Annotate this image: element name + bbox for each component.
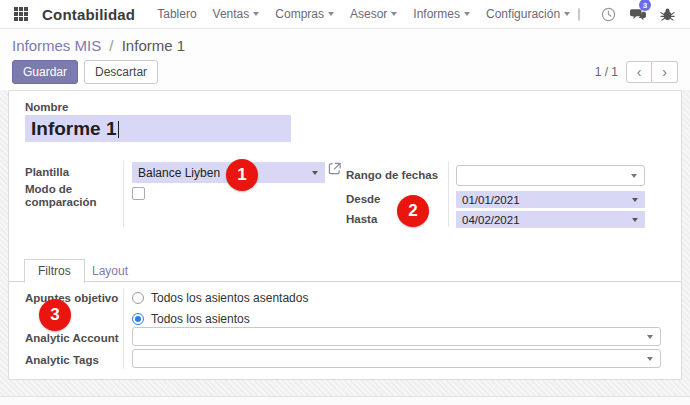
comparison-mode-checkbox[interactable]: [132, 187, 145, 200]
debug-bug-icon[interactable]: [660, 6, 675, 22]
dropdown-caret-icon: [328, 12, 334, 16]
template-value: Balance Liyben: [132, 166, 312, 180]
tab-layout[interactable]: Layout: [79, 259, 141, 282]
radio-all-entries[interactable]: Todos los asientos: [132, 312, 250, 326]
subscription-progress-bar[interactable]: [578, 8, 580, 21]
app-title[interactable]: Contabilidad: [42, 6, 135, 23]
dropdown-caret-icon: [564, 12, 570, 16]
save-button[interactable]: Guardar: [12, 60, 78, 84]
breadcrumb-current: Informe 1: [122, 37, 185, 54]
radio-checked-icon: [132, 313, 144, 325]
date-from-value: 01/01/2021: [456, 194, 632, 206]
radio-label: Todos los asientos asentados: [151, 291, 308, 305]
menu-asesor[interactable]: Asesor: [342, 7, 405, 21]
date-to-value: 04/02/2021: [456, 214, 632, 226]
menu-configuracion[interactable]: Configuración: [478, 7, 578, 21]
discard-button[interactable]: Descartar: [84, 60, 158, 84]
apps-grid-icon[interactable]: [14, 7, 28, 21]
annotation-badge-3: 3: [39, 299, 71, 331]
comparison-mode-label: Modo de comparación: [25, 183, 121, 209]
messages-chat-icon[interactable]: 3: [630, 6, 646, 22]
name-input[interactable]: Informe 1: [25, 115, 291, 142]
select-caret-icon: [632, 218, 638, 222]
analytic-account-label: Analytic Account: [25, 332, 119, 344]
dropdown-caret-icon: [253, 12, 259, 16]
annotation-badge-2: 2: [397, 195, 429, 227]
select-caret-icon: [647, 357, 653, 361]
content-background: Nombre Informe 1 Plantilla Balance Liybe…: [0, 90, 690, 405]
analytic-account-select[interactable]: [132, 327, 661, 346]
radio-all-posted-entries[interactable]: Todos los asientos asentados: [132, 291, 308, 305]
menu-compras[interactable]: Compras: [267, 7, 342, 21]
date-range-label: Rango de fechas: [346, 169, 438, 181]
progress-fill: [579, 9, 580, 20]
template-label: Plantilla: [25, 166, 69, 178]
group-separator: [123, 289, 124, 369]
select-caret-icon: [312, 171, 318, 175]
pager: 1 / 1 ‹ ›: [595, 61, 678, 83]
pager-prev-button[interactable]: ‹: [626, 61, 652, 83]
group-separator: [123, 161, 124, 227]
menu-label: Asesor: [350, 7, 387, 21]
date-from-input[interactable]: 01/01/2021: [456, 191, 645, 208]
menu-label: Informes: [413, 7, 460, 21]
internal-link-icon[interactable]: [328, 162, 341, 178]
analytic-tags-select[interactable]: [132, 349, 661, 368]
date-range-select[interactable]: [456, 165, 645, 186]
target-moves-label: Apuntes objetivo: [25, 292, 118, 304]
radio-icon: [132, 292, 144, 304]
date-to-input[interactable]: 04/02/2021: [456, 211, 645, 228]
menu-informes[interactable]: Informes: [405, 7, 478, 21]
date-from-label: Desde: [346, 193, 381, 205]
top-navbar: Contabilidad Tablero Ventas Compras Ases…: [0, 0, 690, 29]
notebook-tabbar: Filtros Layout: [9, 259, 681, 282]
breadcrumb: Informes MIS / Informe 1: [12, 37, 678, 54]
group-separator: [448, 161, 449, 227]
activities-clock-icon[interactable]: [601, 6, 616, 22]
name-field-label: Nombre: [25, 101, 68, 113]
select-caret-icon: [632, 198, 638, 202]
menu-label: Configuración: [486, 7, 560, 21]
select-caret-icon: [631, 174, 637, 178]
annotation-badge-1: 1: [226, 159, 258, 191]
breadcrumb-parent-link[interactable]: Informes MIS: [12, 37, 101, 54]
pager-count: 1 / 1: [595, 65, 618, 79]
date-to-label: Hasta: [346, 213, 377, 225]
pager-next-button[interactable]: ›: [652, 61, 678, 83]
control-panel: Informes MIS / Informe 1 Guardar Descart…: [0, 30, 690, 90]
menu-ventas[interactable]: Ventas: [205, 7, 268, 21]
form-sheet: Nombre Informe 1 Plantilla Balance Liybe…: [8, 90, 682, 380]
tab-filtros[interactable]: Filtros: [24, 259, 85, 283]
messages-count-badge: 3: [639, 0, 651, 11]
analytic-tags-label: Analytic Tags: [25, 354, 99, 366]
footer-strip: [0, 396, 690, 405]
breadcrumb-separator: /: [105, 37, 117, 54]
menu-label: Ventas: [213, 7, 250, 21]
radio-label: Todos los asientos: [151, 312, 250, 326]
menu-label: Tablero: [157, 7, 196, 21]
menu-label: Compras: [275, 7, 324, 21]
dropdown-caret-icon: [464, 12, 470, 16]
menu-tablero[interactable]: Tablero: [149, 7, 204, 21]
select-caret-icon: [647, 335, 653, 339]
dropdown-caret-icon: [391, 12, 397, 16]
